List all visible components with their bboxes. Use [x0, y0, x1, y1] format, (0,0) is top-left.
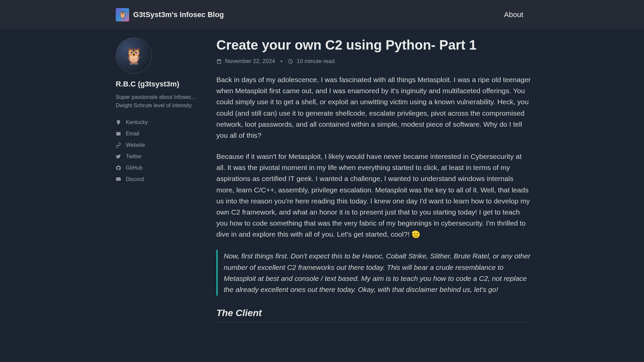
github-label: GitHub	[126, 165, 143, 171]
section-divider	[216, 322, 532, 322]
github-link[interactable]: GitHub	[116, 162, 203, 174]
meta-separator: •	[280, 58, 282, 65]
author-name: R.B.C (g3tsyst3m)	[116, 80, 203, 88]
article: Create your own C2 using Python- Part 1 …	[216, 38, 532, 322]
quote-text: Now, first things first. Don't expect th…	[224, 250, 532, 295]
twitter-label: Twitter	[126, 154, 142, 160]
section-heading-client: The Client	[216, 308, 532, 318]
github-icon	[116, 165, 121, 171]
website-link[interactable]: Website	[116, 139, 203, 151]
location-row: Kentucky	[116, 117, 203, 128]
location-label: Kentucky	[126, 119, 148, 125]
site-header: 🦉 G3tSyst3m's Infosec Blog About	[0, 0, 644, 29]
site-title: G3tSyst3m's Infosec Blog	[133, 10, 224, 19]
author-bio: Super passionate about Infosec… Dwight S…	[116, 93, 203, 110]
calendar-icon	[216, 59, 222, 64]
author-links: Kentucky Email Website Twitter	[116, 117, 203, 185]
twitter-link[interactable]: Twitter	[116, 151, 203, 162]
article-title: Create your own C2 using Python- Part 1	[216, 38, 532, 53]
paragraph-1: Back in days of my adolescence, I was fa…	[216, 74, 532, 141]
site-brand[interactable]: 🦉 G3tSyst3m's Infosec Blog	[116, 8, 224, 21]
link-icon	[116, 142, 121, 148]
author-sidebar: 🦉 R.B.C (g3tsyst3m) Super passionate abo…	[116, 38, 203, 322]
mail-icon	[116, 131, 121, 136]
author-avatar[interactable]: 🦉	[116, 38, 152, 74]
clock-icon	[288, 59, 293, 64]
owl-logo-icon: 🦉	[116, 8, 129, 21]
website-label: Website	[126, 142, 145, 148]
pin-icon	[116, 120, 121, 125]
twitter-icon	[116, 154, 121, 159]
article-date: November 22, 2024	[225, 58, 275, 65]
discord-label: Discord	[126, 176, 144, 182]
discord-icon	[116, 177, 121, 182]
discord-link[interactable]: Discord	[116, 174, 203, 185]
email-label: Email	[126, 131, 139, 137]
nav-about-link[interactable]: About	[504, 10, 524, 19]
email-link[interactable]: Email	[116, 128, 203, 139]
article-readtime: 10 minute read	[297, 58, 334, 65]
paragraph-2: Because if it wasn't for Metasploit, I l…	[216, 151, 532, 240]
article-meta: November 22, 2024 • 10 minute read	[216, 58, 532, 65]
disclaimer-quote: Now, first things first. Don't expect th…	[216, 250, 532, 296]
